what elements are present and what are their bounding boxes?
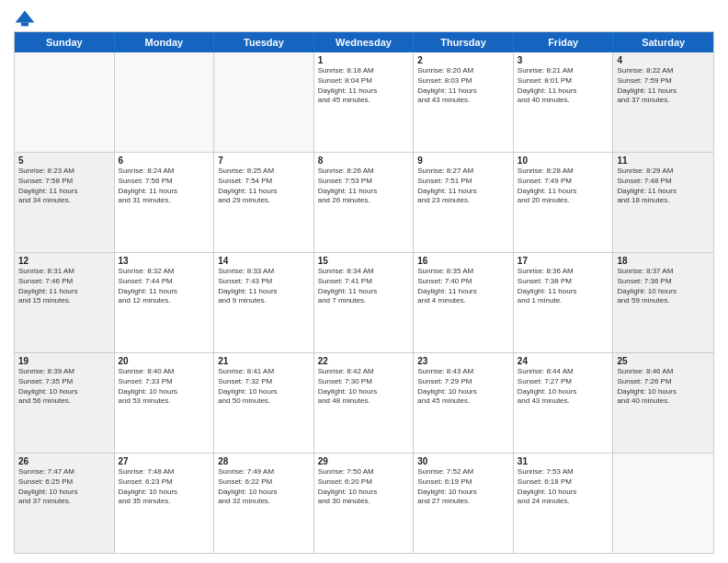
day-cell-2: 2Sunrise: 8:20 AM Sunset: 8:03 PM Daylig… xyxy=(414,52,514,152)
day-cell-4: 4Sunrise: 8:22 AM Sunset: 7:59 PM Daylig… xyxy=(613,52,713,152)
day-number: 7 xyxy=(218,155,310,166)
day-number: 3 xyxy=(518,55,609,65)
day-number: 20 xyxy=(119,356,210,366)
calendar-week-4: 19Sunrise: 8:39 AM Sunset: 7:35 PM Dayli… xyxy=(15,352,713,453)
logo xyxy=(14,9,40,28)
day-cell-5: 5Sunrise: 8:23 AM Sunset: 7:58 PM Daylig… xyxy=(15,153,115,252)
day-number: 24 xyxy=(518,356,609,366)
day-number: 21 xyxy=(218,356,310,366)
day-info: Sunrise: 8:39 AM Sunset: 7:35 PM Dayligh… xyxy=(18,367,110,407)
calendar-body: 1Sunrise: 8:18 AM Sunset: 8:04 PM Daylig… xyxy=(15,52,713,553)
page: SundayMondayTuesdayWednesdayThursdayFrid… xyxy=(0,0,728,563)
day-info: Sunrise: 8:27 AM Sunset: 7:51 PM Dayligh… xyxy=(417,167,509,206)
day-number: 4 xyxy=(617,55,710,65)
day-cell-19: 19Sunrise: 8:39 AM Sunset: 7:35 PM Dayli… xyxy=(15,353,115,453)
empty-cell xyxy=(115,52,215,152)
day-cell-7: 7Sunrise: 8:25 AM Sunset: 7:54 PM Daylig… xyxy=(214,153,314,252)
day-cell-16: 16Sunrise: 8:35 AM Sunset: 7:40 PM Dayli… xyxy=(414,253,514,352)
day-number: 28 xyxy=(218,456,310,466)
day-info: Sunrise: 8:44 AM Sunset: 7:27 PM Dayligh… xyxy=(518,367,609,407)
day-info: Sunrise: 8:35 AM Sunset: 7:40 PM Dayligh… xyxy=(417,267,509,306)
empty-cell xyxy=(214,52,314,152)
day-cell-29: 29Sunrise: 7:50 AM Sunset: 6:20 PM Dayli… xyxy=(314,454,415,553)
day-number: 16 xyxy=(417,256,509,266)
day-cell-18: 18Sunrise: 8:37 AM Sunset: 7:36 PM Dayli… xyxy=(613,253,713,352)
empty-cell xyxy=(15,52,115,152)
day-number: 2 xyxy=(417,55,509,65)
day-info: Sunrise: 8:23 AM Sunset: 7:58 PM Dayligh… xyxy=(18,167,110,206)
day-cell-31: 31Sunrise: 7:53 AM Sunset: 6:18 PM Dayli… xyxy=(514,454,614,553)
day-info: Sunrise: 8:34 AM Sunset: 7:41 PM Dayligh… xyxy=(318,267,410,306)
day-number: 8 xyxy=(318,155,410,166)
svg-marker-0 xyxy=(16,11,35,23)
calendar-header: SundayMondayTuesdayWednesdayThursdayFrid… xyxy=(15,32,713,52)
day-info: Sunrise: 8:31 AM Sunset: 7:46 PM Dayligh… xyxy=(18,267,110,306)
day-number: 12 xyxy=(18,256,110,266)
day-info: Sunrise: 8:42 AM Sunset: 7:30 PM Dayligh… xyxy=(318,367,410,407)
day-info: Sunrise: 8:28 AM Sunset: 7:49 PM Dayligh… xyxy=(518,167,609,206)
header xyxy=(14,9,714,28)
day-number: 15 xyxy=(318,256,410,266)
day-number: 1 xyxy=(318,55,410,65)
day-number: 30 xyxy=(417,456,509,466)
day-info: Sunrise: 7:47 AM Sunset: 6:25 PM Dayligh… xyxy=(18,467,110,507)
day-cell-30: 30Sunrise: 7:52 AM Sunset: 6:19 PM Dayli… xyxy=(414,454,514,553)
day-info: Sunrise: 8:41 AM Sunset: 7:32 PM Dayligh… xyxy=(218,367,310,407)
calendar-week-1: 1Sunrise: 8:18 AM Sunset: 8:04 PM Daylig… xyxy=(15,52,713,152)
day-info: Sunrise: 8:24 AM Sunset: 7:56 PM Dayligh… xyxy=(119,167,210,206)
calendar-week-3: 12Sunrise: 8:31 AM Sunset: 7:46 PM Dayli… xyxy=(15,252,713,352)
day-number: 13 xyxy=(119,256,210,266)
day-cell-1: 1Sunrise: 8:18 AM Sunset: 8:04 PM Daylig… xyxy=(314,52,415,152)
day-number: 6 xyxy=(119,155,210,166)
day-cell-6: 6Sunrise: 8:24 AM Sunset: 7:56 PM Daylig… xyxy=(115,153,215,252)
day-number: 27 xyxy=(119,456,210,466)
day-header-monday: Monday xyxy=(115,32,215,52)
day-cell-12: 12Sunrise: 8:31 AM Sunset: 7:46 PM Dayli… xyxy=(15,253,115,352)
day-info: Sunrise: 8:36 AM Sunset: 7:38 PM Dayligh… xyxy=(518,267,609,306)
day-info: Sunrise: 7:50 AM Sunset: 6:20 PM Dayligh… xyxy=(318,467,410,507)
day-info: Sunrise: 8:32 AM Sunset: 7:44 PM Dayligh… xyxy=(119,267,210,306)
day-number: 5 xyxy=(18,155,110,166)
day-number: 22 xyxy=(318,356,410,366)
day-cell-23: 23Sunrise: 8:43 AM Sunset: 7:29 PM Dayli… xyxy=(414,353,514,453)
day-header-sunday: Sunday xyxy=(15,32,115,52)
logo-icon xyxy=(14,9,36,28)
day-info: Sunrise: 8:22 AM Sunset: 7:59 PM Dayligh… xyxy=(617,66,710,106)
day-number: 11 xyxy=(617,155,710,166)
day-info: Sunrise: 8:26 AM Sunset: 7:53 PM Dayligh… xyxy=(318,167,410,206)
day-info: Sunrise: 8:33 AM Sunset: 7:43 PM Dayligh… xyxy=(218,267,310,306)
calendar: SundayMondayTuesdayWednesdayThursdayFrid… xyxy=(14,31,714,554)
day-cell-27: 27Sunrise: 7:48 AM Sunset: 6:23 PM Dayli… xyxy=(115,454,215,553)
day-info: Sunrise: 8:29 AM Sunset: 7:48 PM Dayligh… xyxy=(617,167,710,206)
day-number: 18 xyxy=(617,256,710,266)
day-cell-22: 22Sunrise: 8:42 AM Sunset: 7:30 PM Dayli… xyxy=(314,353,415,453)
day-cell-24: 24Sunrise: 8:44 AM Sunset: 7:27 PM Dayli… xyxy=(514,353,614,453)
day-cell-8: 8Sunrise: 8:26 AM Sunset: 7:53 PM Daylig… xyxy=(314,153,415,252)
day-cell-15: 15Sunrise: 8:34 AM Sunset: 7:41 PM Dayli… xyxy=(314,253,415,352)
day-number: 26 xyxy=(18,456,110,466)
day-header-tuesday: Tuesday xyxy=(214,32,314,52)
day-cell-20: 20Sunrise: 8:40 AM Sunset: 7:33 PM Dayli… xyxy=(115,353,215,453)
day-cell-28: 28Sunrise: 7:49 AM Sunset: 6:22 PM Dayli… xyxy=(214,454,314,553)
day-info: Sunrise: 7:49 AM Sunset: 6:22 PM Dayligh… xyxy=(218,467,310,507)
day-info: Sunrise: 8:25 AM Sunset: 7:54 PM Dayligh… xyxy=(218,167,310,206)
day-number: 31 xyxy=(518,456,609,466)
day-header-saturday: Saturday xyxy=(613,32,713,52)
empty-cell xyxy=(613,454,713,553)
day-number: 23 xyxy=(417,356,509,366)
calendar-week-5: 26Sunrise: 7:47 AM Sunset: 6:25 PM Dayli… xyxy=(15,453,713,553)
day-cell-17: 17Sunrise: 8:36 AM Sunset: 7:38 PM Dayli… xyxy=(514,253,614,352)
day-info: Sunrise: 8:40 AM Sunset: 7:33 PM Dayligh… xyxy=(119,367,210,407)
day-cell-21: 21Sunrise: 8:41 AM Sunset: 7:32 PM Dayli… xyxy=(214,353,314,453)
day-number: 25 xyxy=(617,356,710,366)
day-info: Sunrise: 8:20 AM Sunset: 8:03 PM Dayligh… xyxy=(417,66,509,106)
calendar-week-2: 5Sunrise: 8:23 AM Sunset: 7:58 PM Daylig… xyxy=(15,152,713,252)
day-number: 10 xyxy=(518,155,609,166)
day-info: Sunrise: 7:48 AM Sunset: 6:23 PM Dayligh… xyxy=(119,467,210,507)
day-cell-14: 14Sunrise: 8:33 AM Sunset: 7:43 PM Dayli… xyxy=(214,253,314,352)
day-cell-9: 9Sunrise: 8:27 AM Sunset: 7:51 PM Daylig… xyxy=(414,153,514,252)
day-number: 19 xyxy=(18,356,110,366)
day-cell-11: 11Sunrise: 8:29 AM Sunset: 7:48 PM Dayli… xyxy=(613,153,713,252)
day-info: Sunrise: 8:21 AM Sunset: 8:01 PM Dayligh… xyxy=(518,66,609,106)
day-cell-3: 3Sunrise: 8:21 AM Sunset: 8:01 PM Daylig… xyxy=(514,52,614,152)
